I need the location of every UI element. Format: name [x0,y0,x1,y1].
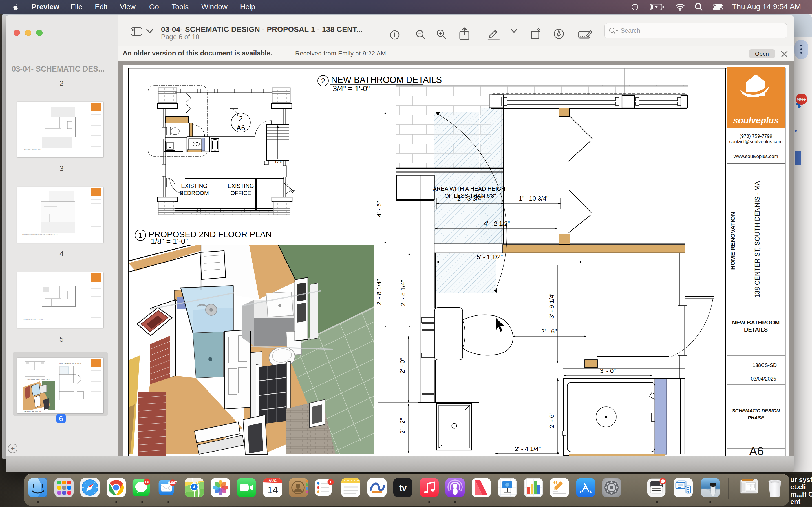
svg-text:PROPOSED 2ND FLOOR DEMOLITION: PROPOSED 2ND FLOOR DEMOLITION PLAN [22,234,58,236]
svg-text:5' - 1 1/2": 5' - 1 1/2" [477,253,503,261]
svg-text:HOME RENOVATION: HOME RENOVATION [729,212,736,270]
svg-text:NEW BATHROOM DETAILS: NEW BATHROOM DETAILS [59,362,81,364]
svg-text:NEW BATHROOM DETAILS: NEW BATHROOM DETAILS [331,75,442,85]
svg-text:2' - 8 1/4": 2' - 8 1/4" [375,279,383,305]
svg-text:1/8" = 1'-0": 1/8" = 1'-0" [151,237,188,245]
svg-text:2: 2 [239,115,243,122]
svg-text:3' - 9 1/4": 3' - 9 1/4" [548,293,555,319]
svg-text:3' - 0": 3' - 0" [600,367,616,374]
svg-text:16: 16 [145,480,149,484]
svg-text:AUG: AUG [269,478,277,483]
svg-text:SCHEMATIC DESIGN: SCHEMATIC DESIGN [732,408,780,413]
svg-text:(978) 759-7799: (978) 759-7799 [740,133,772,139]
svg-text:2: 2 [321,76,325,85]
svg-text:PROPOSED 2ND FLOOR PLAN: PROPOSED 2ND FLOOR PLAN [26,378,50,380]
svg-text:contact@soulveplus.com: contact@soulveplus.com [729,139,782,144]
svg-text:NEW BATHROOM: NEW BATHROOM [732,320,780,326]
svg-text:99+: 99+ [797,97,806,103]
svg-text:www.soulveplus.com: www.soulveplus.com [733,154,778,159]
svg-text:EXISTING: EXISTING [227,183,254,189]
svg-text:4' - 2 1/2": 4' - 2 1/2" [484,220,510,227]
svg-text:EXISTING 2ND FLOOR: EXISTING 2ND FLOOR [23,149,41,151]
svg-text:soulveplus: soulveplus [733,115,779,125]
svg-text:1' - 10 3/4": 1' - 10 3/4" [519,195,549,202]
svg-text:NEW BATHROOM 3D: NEW BATHROOM 3D [24,410,41,412]
svg-text:1: 1 [329,480,332,484]
svg-text:2' - 3 3/4": 2' - 3 3/4" [457,195,484,202]
svg-text:9,067: 9,067 [168,481,177,485]
svg-text:DN: DN [275,159,282,164]
svg-text:DETAILS: DETAILS [744,327,768,333]
svg-text:PROPOSED 2ND FLOOR: PROPOSED 2ND FLOOR [23,319,43,321]
svg-text:3/4" = 1'-0": 3/4" = 1'-0" [333,84,370,93]
svg-text:03/04/2025: 03/04/2025 [751,376,776,382]
svg-text:138 CENTER ST, SOUTH DENNIS -: 138 CENTER ST, SOUTH DENNIS - MA [754,181,761,298]
svg-text:AREA WITH A HEAD HEIGHT: AREA WITH A HEAD HEIGHT [433,186,509,192]
svg-text:A6: A6 [749,445,763,456]
svg-text:EXISTING: EXISTING [181,183,207,189]
svg-text:2' - 6": 2' - 6" [548,412,555,428]
svg-text:2' - 6": 2' - 6" [541,328,557,335]
svg-text:A6: A6 [237,124,245,132]
svg-text:PHASE: PHASE [748,415,764,420]
svg-text:tv: tv [399,483,407,492]
svg-text:2' - 4 1/4": 2' - 4 1/4" [515,445,541,452]
svg-text:2' - 8 1/4": 2' - 8 1/4" [400,280,407,306]
svg-text:4' - 6": 4' - 6" [375,201,383,217]
svg-text:1: 1 [139,231,142,239]
svg-text:OFFICE: OFFICE [231,190,251,196]
svg-text:2' - 0": 2' - 0" [399,358,406,374]
svg-text:2' - 2": 2' - 2" [399,418,406,434]
svg-text:138CS-SD: 138CS-SD [753,362,777,368]
svg-text:BEDROOM: BEDROOM [180,190,209,196]
svg-text:14: 14 [267,485,278,495]
